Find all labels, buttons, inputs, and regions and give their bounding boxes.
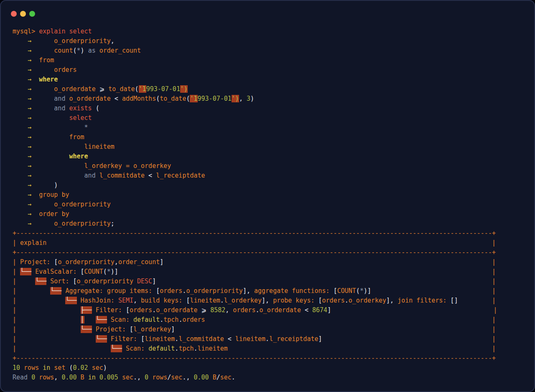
token: [ bbox=[122, 306, 130, 314]
terminal-line: → lineitem bbox=[13, 142, 497, 152]
tree-connector-icon: └── bbox=[96, 335, 107, 343]
token: where bbox=[39, 153, 88, 160]
token: to_date bbox=[160, 95, 186, 102]
token: count bbox=[39, 47, 73, 54]
token: l_orderkey = o_orderkey bbox=[39, 162, 171, 170]
token: 3 bbox=[247, 95, 250, 102]
close-button[interactable] bbox=[11, 11, 17, 17]
table-border: | bbox=[13, 287, 20, 295]
token: l_orderkey bbox=[224, 297, 262, 304]
terminal-line: → from bbox=[13, 56, 497, 65]
token: tpch bbox=[178, 345, 194, 352]
continuation-arrow-icon: → bbox=[13, 181, 39, 189]
token: Project: bbox=[20, 258, 50, 266]
token: ) bbox=[103, 364, 107, 372]
token: [ bbox=[315, 297, 322, 304]
token: o_orderdate bbox=[65, 95, 110, 102]
token: o_orderpriority bbox=[58, 258, 114, 266]
token: Sort: bbox=[50, 277, 69, 285]
token: set bbox=[54, 364, 65, 372]
terminal-line: → order by bbox=[13, 209, 497, 219]
token bbox=[205, 316, 492, 323]
table-border: | bbox=[13, 316, 20, 323]
highlighted-quote: ') bbox=[180, 85, 188, 93]
table-border: | bbox=[13, 277, 20, 285]
token: . bbox=[256, 306, 260, 314]
token: ( bbox=[356, 287, 360, 295]
table-border: | bbox=[13, 345, 20, 352]
table-border: | bbox=[492, 239, 496, 247]
token: ) bbox=[39, 181, 58, 189]
token bbox=[46, 277, 50, 285]
token bbox=[88, 364, 92, 372]
token: sec bbox=[220, 374, 232, 381]
titlebar[interactable] bbox=[1, 1, 534, 21]
token: ] bbox=[171, 326, 175, 333]
token: [ bbox=[69, 277, 76, 285]
token: )] bbox=[364, 287, 371, 295]
token: * bbox=[39, 124, 88, 131]
continuation-arrow-icon: → bbox=[13, 114, 39, 122]
table-border: +---------------------------------------… bbox=[13, 229, 496, 237]
token: [ bbox=[182, 297, 190, 304]
token bbox=[20, 306, 81, 314]
token: orders bbox=[130, 306, 152, 314]
token: 993-07-01 bbox=[146, 85, 180, 93]
token: o_orderpriority bbox=[77, 277, 138, 285]
terminal-line: → o_orderpriority; bbox=[13, 219, 497, 229]
token: group by bbox=[39, 191, 69, 199]
table-border: | bbox=[492, 297, 496, 304]
terminal-line: → and exists ( bbox=[13, 104, 497, 113]
table-border: | bbox=[492, 316, 496, 323]
table-border: | bbox=[13, 239, 20, 247]
token: [ bbox=[77, 268, 84, 275]
terminal-content[interactable]: mysql> explain select → o_orderpriority,… bbox=[13, 27, 497, 382]
token: l_commitdate bbox=[178, 335, 224, 343]
table-border: +---------------------------------------… bbox=[13, 249, 496, 256]
token bbox=[84, 374, 88, 381]
terminal-line: → ) bbox=[13, 181, 497, 190]
table-border: | bbox=[13, 306, 20, 314]
token: ], bbox=[386, 297, 397, 304]
token bbox=[20, 287, 50, 295]
continuation-arrow-icon: → bbox=[13, 201, 39, 208]
token: , bbox=[133, 297, 141, 304]
token: rows bbox=[24, 364, 39, 372]
token: aggregate functions: bbox=[254, 287, 330, 295]
token: 0 bbox=[31, 374, 35, 381]
token: Read bbox=[13, 374, 28, 381]
token: Scan: bbox=[126, 345, 145, 352]
token: from bbox=[39, 56, 54, 64]
token: EvalScalar: bbox=[35, 268, 76, 275]
token bbox=[20, 277, 35, 285]
token: 0.005 bbox=[99, 374, 118, 381]
token: < bbox=[145, 172, 156, 179]
token: . bbox=[220, 297, 224, 304]
token: SEMI bbox=[118, 297, 133, 304]
token: ( bbox=[103, 268, 107, 275]
token: ], bbox=[243, 287, 254, 295]
terminal-line: | └── Aggregate: group items: [orders.o_… bbox=[13, 286, 497, 296]
token bbox=[92, 306, 96, 314]
token: join filters: bbox=[397, 297, 446, 304]
tree-connector-icon: └── bbox=[65, 297, 76, 304]
token: 10 bbox=[13, 364, 20, 372]
minimize-button[interactable] bbox=[20, 11, 26, 17]
terminal-window: mysql> explain select → o_orderpriority,… bbox=[0, 0, 535, 392]
token: < bbox=[301, 306, 312, 314]
token: [ bbox=[126, 326, 133, 333]
token: * bbox=[360, 287, 364, 295]
terminal-line: → where bbox=[13, 75, 497, 84]
token bbox=[107, 335, 111, 343]
highlighted-quote: '1 bbox=[190, 95, 197, 102]
token: . bbox=[194, 345, 198, 352]
token: ] bbox=[152, 277, 156, 285]
table-border: | bbox=[492, 345, 496, 352]
terminal-line: | └── Scan: default.tpch.lineitem | bbox=[13, 344, 497, 354]
tree-connector-icon: └── bbox=[50, 287, 61, 295]
maximize-button[interactable] bbox=[29, 11, 35, 17]
terminal-line: → o_orderpriority, bbox=[13, 36, 497, 46]
token: [ bbox=[50, 258, 58, 266]
token bbox=[190, 374, 194, 381]
token bbox=[35, 374, 39, 381]
